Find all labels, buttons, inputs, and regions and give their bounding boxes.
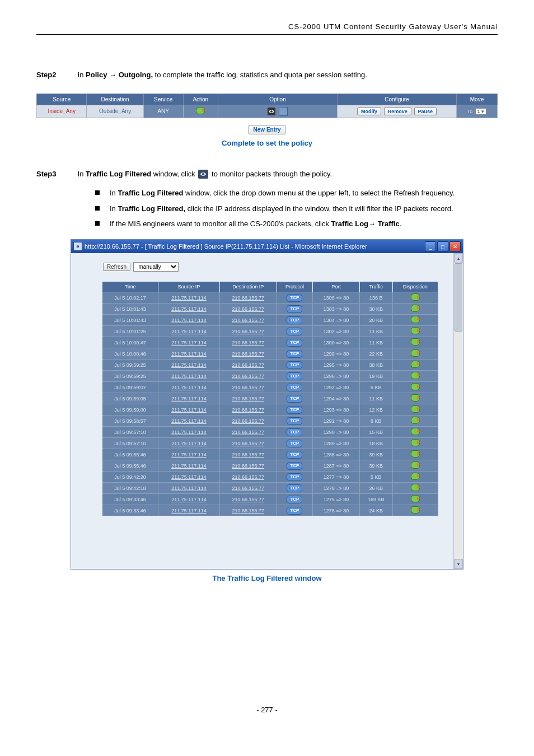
log-cell: 1295 => 80: [313, 360, 360, 371]
dest-ip-cell[interactable]: 210.66.155.77: [219, 449, 277, 460]
source-ip-cell[interactable]: 211.75.117.114: [158, 460, 220, 472]
t: Outgoing,: [119, 71, 153, 79]
cell-destination[interactable]: Outside_Any: [87, 105, 143, 118]
tcp-badge: TCP: [287, 428, 302, 436]
permit-icon: [411, 484, 420, 491]
move-select[interactable]: 1 ▾: [475, 108, 487, 115]
source-ip-cell[interactable]: 211.75.117.114: [158, 337, 220, 348]
col-move: Move: [457, 94, 498, 105]
log-cell: 1304 => 80: [313, 315, 360, 326]
cell-source[interactable]: Inside_Any: [37, 105, 87, 118]
source-ip-cell[interactable]: 211.75.117.114: [158, 438, 220, 449]
log-cell: 15 KB: [359, 427, 392, 438]
statistics-icon[interactable]: [279, 107, 288, 116]
source-ip-cell[interactable]: 211.75.117.114: [158, 315, 220, 326]
log-cell: 1275 => 80: [313, 494, 360, 505]
disposition-cell: [392, 304, 438, 315]
permit-icon: [411, 394, 420, 402]
eye-icon: [198, 170, 208, 179]
log-row: Jul 5 09:42:18211.75.117.114210.66.155.7…: [102, 483, 438, 494]
dest-ip-cell[interactable]: 210.66.155.77: [219, 404, 277, 416]
dest-ip-cell[interactable]: 210.66.155.77: [219, 494, 277, 505]
dest-ip-cell[interactable]: 210.66.155.77: [219, 348, 277, 360]
log-cell: Jul 5 09:59:05: [102, 393, 158, 404]
dest-ip-cell[interactable]: 210.66.155.77: [219, 472, 277, 483]
dest-ip-cell[interactable]: 210.66.155.77: [219, 460, 277, 472]
log-cell: 5 KB: [359, 472, 392, 483]
source-ip-cell[interactable]: 211.75.117.114: [158, 304, 220, 315]
refresh-button[interactable]: Refresh: [103, 263, 130, 271]
log-row: Jul 5 10:00:46211.75.117.114210.66.155.7…: [102, 348, 438, 360]
disposition-cell: [392, 472, 438, 483]
log-cell: Jul 5 10:01:43: [102, 304, 158, 315]
source-ip-cell[interactable]: 211.75.117.114: [158, 348, 220, 360]
scroll-thumb[interactable]: [455, 263, 462, 332]
bullet-2: In Traffic Log Filtered, click the IP ad…: [95, 201, 498, 216]
t: In: [78, 170, 86, 178]
dest-ip-cell[interactable]: 210.66.155.77: [219, 505, 277, 516]
cell-configure: Modify Remove Pause: [338, 105, 457, 118]
dest-ip-cell[interactable]: 210.66.155.77: [219, 382, 277, 393]
dest-ip-cell[interactable]: 210.66.155.77: [219, 371, 277, 382]
log-cell: Jul 5 09:42:18: [102, 483, 158, 494]
log-row: Jul 5 10:02:17211.75.117.114210.66.155.7…: [102, 292, 438, 304]
log-cell: 1278 => 80: [313, 483, 360, 494]
t: to complete the traffic log, statistics …: [153, 71, 367, 79]
dest-ip-cell[interactable]: 210.66.155.77: [219, 360, 277, 371]
pause-button[interactable]: Pause: [414, 108, 437, 115]
t: window, click the drop down menu at the …: [183, 189, 455, 197]
ie-body: Refresh manually TimeSource IPDestinatio…: [71, 253, 463, 569]
source-ip-cell[interactable]: 211.75.117.114: [158, 393, 220, 404]
close-button[interactable]: ✕: [449, 241, 461, 251]
source-ip-cell[interactable]: 211.75.117.114: [158, 494, 220, 505]
log-cell: 39 KB: [359, 449, 392, 460]
source-ip-cell[interactable]: 211.75.117.114: [158, 382, 220, 393]
refresh-select[interactable]: manually: [133, 262, 179, 272]
dest-ip-cell[interactable]: 210.66.155.77: [219, 393, 277, 404]
col-action: Action: [183, 94, 218, 105]
log-cell: Jul 5 10:02:17: [102, 292, 158, 304]
log-cell: Jul 5 10:00:46: [102, 348, 158, 360]
maximize-button[interactable]: □: [437, 241, 448, 251]
source-ip-cell[interactable]: 211.75.117.114: [158, 449, 220, 460]
protocol-cell: TCP: [277, 337, 312, 348]
t: .: [400, 220, 402, 228]
new-entry-button[interactable]: New Entry: [249, 125, 286, 134]
log-cell: 1288 => 80: [313, 449, 360, 460]
log-row: Jul 5 10:01:25211.75.117.114210.66.155.7…: [102, 326, 438, 337]
source-ip-cell[interactable]: 211.75.117.114: [158, 371, 220, 382]
dest-ip-cell[interactable]: 210.66.155.77: [219, 438, 277, 449]
traffic-log-icon[interactable]: [268, 108, 275, 115]
bullet-3: If the MIS engineers want to monitor all…: [95, 216, 498, 231]
source-ip-cell[interactable]: 211.75.117.114: [158, 292, 220, 304]
log-cell: 169 KB: [359, 494, 392, 505]
scroll-down-button[interactable]: ▾: [454, 559, 463, 569]
dest-ip-cell[interactable]: 210.66.155.77: [219, 326, 277, 337]
protocol-cell: TCP: [277, 393, 312, 404]
scroll-up-button[interactable]: ▴: [454, 253, 463, 263]
dest-ip-cell[interactable]: 210.66.155.77: [219, 416, 277, 427]
dest-ip-cell[interactable]: 210.66.155.77: [219, 483, 277, 494]
dest-ip-cell[interactable]: 210.66.155.77: [219, 337, 277, 348]
remove-button[interactable]: Remove: [384, 108, 411, 115]
permit-icon: [411, 450, 420, 458]
source-ip-cell[interactable]: 211.75.117.114: [158, 360, 220, 371]
minimize-button[interactable]: _: [425, 241, 436, 251]
scrollbar[interactable]: ▴ ▾: [453, 253, 463, 569]
source-ip-cell[interactable]: 211.75.117.114: [158, 416, 220, 427]
dest-ip-cell[interactable]: 210.66.155.77: [219, 315, 277, 326]
log-row: Jul 5 10:01:43211.75.117.114210.66.155.7…: [102, 315, 438, 326]
source-ip-cell[interactable]: 211.75.117.114: [158, 404, 220, 416]
modify-button[interactable]: Modify: [357, 108, 381, 115]
tcp-badge: TCP: [287, 473, 302, 481]
source-ip-cell[interactable]: 211.75.117.114: [158, 505, 220, 516]
dest-ip-cell[interactable]: 210.66.155.77: [219, 292, 277, 304]
dest-ip-cell[interactable]: 210.66.155.77: [219, 427, 277, 438]
disposition-cell: [392, 315, 438, 326]
source-ip-cell[interactable]: 211.75.117.114: [158, 427, 220, 438]
source-ip-cell[interactable]: 211.75.117.114: [158, 472, 220, 483]
source-ip-cell[interactable]: 211.75.117.114: [158, 326, 220, 337]
dest-ip-cell[interactable]: 210.66.155.77: [219, 304, 277, 315]
source-ip-cell[interactable]: 211.75.117.114: [158, 483, 220, 494]
page-number: - 277 -: [36, 706, 498, 714]
